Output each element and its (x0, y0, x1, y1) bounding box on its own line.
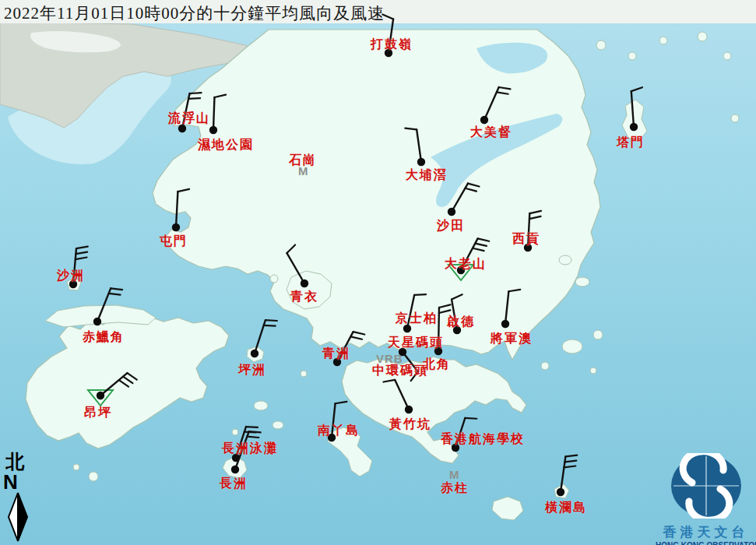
station-label: 青衣 (290, 289, 318, 305)
station-label: 塔門 (617, 135, 645, 151)
station-dot (630, 123, 638, 131)
station-label: 沙田 (437, 218, 465, 234)
station-dot (251, 350, 258, 357)
station-dot (231, 466, 239, 473)
station-label: 打鼓嶺 (371, 37, 413, 53)
station-label: 屯門 (160, 234, 188, 250)
station-label: 赤柱 (441, 480, 469, 497)
wind-map-screen: 打鼓嶺流浮山濕地公園石崗M大美督塔門大埔滘沙田屯門西貢沙洲大老山青衣赤鱲角坪洲昂… (0, 0, 756, 545)
station-label: 大美督 (470, 125, 512, 141)
ma-wan-island (270, 275, 278, 283)
station-dot (501, 320, 509, 328)
station-label: 橫瀾島 (545, 500, 587, 516)
station-dot (557, 488, 564, 496)
station-dot (301, 280, 308, 287)
hko-logo: 香港天文台 HONG KONG OBSERVATORY (656, 453, 756, 545)
variable-wind-marker: VRB (376, 352, 403, 365)
station-label: 中環碼頭 (372, 363, 428, 379)
station-label: 大老山 (445, 256, 487, 272)
missing-data-marker: M (298, 164, 309, 178)
station-label: 天星碼頭 (388, 335, 444, 351)
north-compass: 北 N (3, 452, 39, 545)
page-title: 2022年11月01日10時00分的十分鐘平均風向及風速 (4, 2, 385, 24)
station-label: 北角 (423, 357, 451, 373)
station-label: 長洲 (220, 476, 248, 492)
missing-data-marker: M (449, 468, 460, 481)
station-label: 黃竹坑 (389, 417, 431, 433)
station-label: 南丫島 (318, 423, 360, 439)
station-label: 啟德 (447, 314, 475, 330)
station-label: 昂坪 (84, 405, 112, 421)
station-label: 青洲 (322, 346, 350, 362)
station-label: 長洲泳灘 (222, 441, 278, 457)
station-label: 濕地公園 (198, 137, 254, 153)
station-label: 將軍澳 (491, 331, 533, 347)
hong-kong-map (0, 0, 756, 545)
station-label: 坪洲 (238, 362, 266, 378)
station-label: 香港航海學校 (441, 431, 525, 448)
station-dot (480, 116, 488, 124)
station-dot (405, 406, 413, 413)
station-dot (93, 318, 101, 325)
station-label: 沙洲 (57, 268, 85, 284)
compass-north-chinese: 北 (5, 452, 39, 472)
station-label: 京士柏 (396, 311, 438, 327)
hko-name-chinese: 香港天文台 (656, 523, 756, 541)
station-dot (97, 392, 104, 399)
north-arrow-icon (3, 492, 34, 542)
station-dot (209, 126, 217, 134)
hko-logo-icon (669, 453, 744, 519)
station-dot (172, 223, 180, 231)
station-label: 大埔滘 (406, 167, 448, 184)
station-label: 赤鱲角 (83, 329, 125, 346)
station-dot (417, 158, 425, 166)
compass-north-letter: N (3, 472, 39, 492)
station-dot (448, 208, 455, 216)
station-label: 流浮山 (168, 111, 210, 127)
station-label: 西貢 (512, 231, 540, 248)
hko-name-english: HONG KONG OBSERVATORY (656, 541, 756, 545)
